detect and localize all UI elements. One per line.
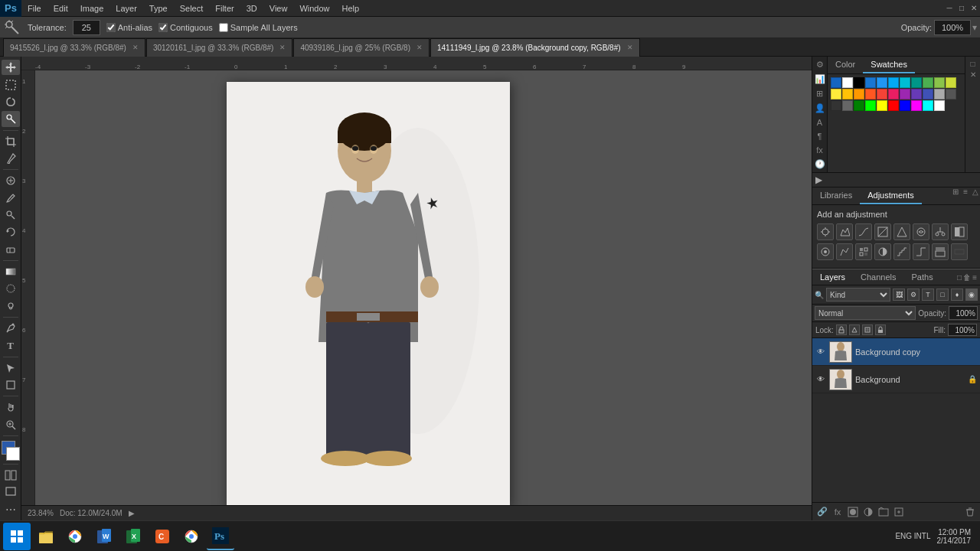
layer-filter-smartobj[interactable]: ♦ (951, 289, 963, 301)
menu-edit[interactable]: Edit (47, 2, 74, 15)
swatch-e91e63[interactable] (888, 89, 899, 99)
path-selection-tool[interactable] (2, 360, 20, 376)
screen-mode[interactable] (2, 484, 20, 500)
panel-collapse-2[interactable]: △ (971, 187, 980, 204)
delete-layer-btn[interactable] (963, 505, 977, 519)
libraries-tab[interactable]: Libraries (812, 187, 860, 204)
menu-window[interactable]: Window (293, 2, 335, 15)
grid-icon[interactable]: ⊞ (816, 89, 823, 99)
tab-3[interactable]: 14111949_l.jpg @ 23.8% (Background copy,… (430, 38, 640, 57)
taskbar-excel[interactable]: X (119, 523, 147, 550)
curves-adj[interactable] (855, 223, 872, 240)
menu-file[interactable]: File (21, 2, 47, 15)
swatch-4caf50[interactable] (923, 77, 933, 88)
new-group-btn[interactable] (877, 505, 890, 519)
swatch-cddc39[interactable] (946, 77, 956, 88)
history-brush-tool[interactable] (2, 224, 20, 240)
tab-2-close[interactable]: ✕ (416, 44, 423, 51)
swatch-666666[interactable] (842, 100, 853, 111)
taskbar-chrome[interactable] (61, 523, 89, 550)
tab-3-close[interactable]: ✕ (627, 44, 633, 51)
lock-artboard[interactable] (862, 324, 873, 335)
swatch-8bc34a[interactable] (934, 77, 945, 88)
layers-expand[interactable]: □ (957, 273, 962, 282)
tab-1[interactable]: 30120161_l.jpg @ 33.3% (RGB/8#) ✕ (146, 38, 292, 57)
blend-mode-select[interactable]: Normal (815, 306, 916, 320)
layer-eye-background-copy[interactable]: 👁 (815, 347, 826, 357)
swatch-333333[interactable] (831, 100, 841, 111)
hsl-adj[interactable] (913, 223, 929, 240)
layer-filter-text[interactable]: T (922, 289, 934, 301)
color-swatch-area[interactable] (0, 441, 21, 461)
gradientmap-adj[interactable] (951, 243, 968, 260)
fx-icon[interactable]: fx (816, 145, 823, 155)
color-tab[interactable]: Color (828, 57, 863, 73)
eyedropper-tool[interactable] (2, 151, 20, 166)
play-icon[interactable]: ▶ (815, 174, 822, 185)
new-layer-btn[interactable] (892, 505, 906, 519)
posterize-adj[interactable] (893, 243, 910, 260)
menu-image[interactable]: Image (74, 2, 110, 15)
panel-close-btn[interactable]: ✕ (968, 69, 978, 80)
taskbar-photoshop[interactable]: Ps (207, 523, 234, 550)
blur-tool[interactable] (2, 281, 20, 296)
brightness-adj[interactable] (817, 223, 834, 240)
hand-tool[interactable] (2, 399, 20, 415)
panel-expand-btn[interactable]: □ (968, 58, 978, 69)
swatch-008000[interactable] (854, 100, 864, 111)
graph-icon[interactable]: 📊 (815, 74, 825, 84)
panel-grid-view[interactable]: ⊞ (951, 187, 960, 204)
swatch-ffeb3b[interactable] (831, 89, 841, 99)
add-link-icon[interactable]: 🔗 (815, 505, 829, 519)
new-fill-adj-btn[interactable] (861, 505, 875, 519)
paragraph-icon[interactable]: ¶ (818, 132, 822, 141)
colorlookup-adj[interactable] (855, 243, 872, 260)
swatch-3f51b5[interactable] (923, 89, 933, 99)
layer-row-background[interactable]: 👁 Background 🔒 (812, 366, 980, 393)
magic-wand-tool[interactable] (2, 111, 20, 126)
tab-0[interactable]: 9415526_l.jpg @ 33.3% (RGB/8#) ✕ (3, 38, 145, 57)
clone-stamp-tool[interactable] (2, 207, 20, 223)
sample-all-checkbox[interactable] (219, 23, 228, 32)
swatch-009688[interactable] (911, 77, 922, 88)
layer-fill-input[interactable] (948, 324, 977, 336)
layer-filter-adj[interactable]: ⚙ (907, 289, 920, 301)
move-tool[interactable] (2, 60, 20, 75)
zoom-tool[interactable] (2, 417, 20, 432)
healing-brush-tool[interactable] (2, 173, 20, 188)
adjustments-panel-icon[interactable]: ⚙ (816, 60, 824, 70)
text-tool[interactable]: T (2, 337, 20, 353)
swatch-673ab7[interactable] (911, 89, 922, 99)
taskbar-file-explorer[interactable] (32, 523, 60, 550)
swatch-f44336[interactable] (877, 89, 887, 99)
threshold-adj[interactable] (913, 243, 929, 260)
minimize-button[interactable]: ─ (943, 2, 956, 15)
photofilter-adj[interactable] (817, 243, 834, 260)
swatch-aaaaaa[interactable] (934, 89, 945, 99)
opacity-arrow[interactable]: ▾ (972, 22, 977, 33)
vibrance-adj[interactable] (893, 223, 910, 240)
extra-options[interactable]: ⋯ (2, 502, 20, 517)
layer-row-background-copy[interactable]: 👁 Background copy (812, 338, 980, 366)
swatches-tab[interactable]: Swatches (863, 57, 915, 73)
adjustments-tab[interactable]: Adjustments (860, 187, 922, 204)
swatch-ffffff[interactable] (842, 77, 853, 88)
layer-kind-filter[interactable]: Kind (826, 288, 890, 302)
swatch-ff00ff[interactable] (911, 100, 922, 111)
taskbar-app-orange[interactable]: C (149, 523, 176, 550)
lock-position[interactable] (836, 324, 847, 335)
lock-pixel[interactable] (849, 324, 860, 335)
dodge-tool[interactable] (2, 298, 20, 314)
text-panel-icon[interactable]: A (817, 118, 822, 127)
swatch-ffffff[interactable] (934, 100, 945, 111)
swatch-ff0000[interactable] (888, 100, 899, 111)
layer-filter-shape[interactable]: □ (936, 289, 949, 301)
swatch-555555[interactable] (946, 89, 956, 99)
menu-layer[interactable]: Layer (109, 2, 143, 15)
tab-1-close[interactable]: ✕ (279, 44, 286, 51)
menu-select[interactable]: Select (174, 2, 210, 15)
taskbar-word[interactable]: W (90, 523, 118, 550)
eraser-tool[interactable] (2, 242, 20, 257)
layer-filter-toggle[interactable]: ◉ (965, 289, 978, 301)
swatch-1976d2[interactable] (865, 77, 876, 88)
